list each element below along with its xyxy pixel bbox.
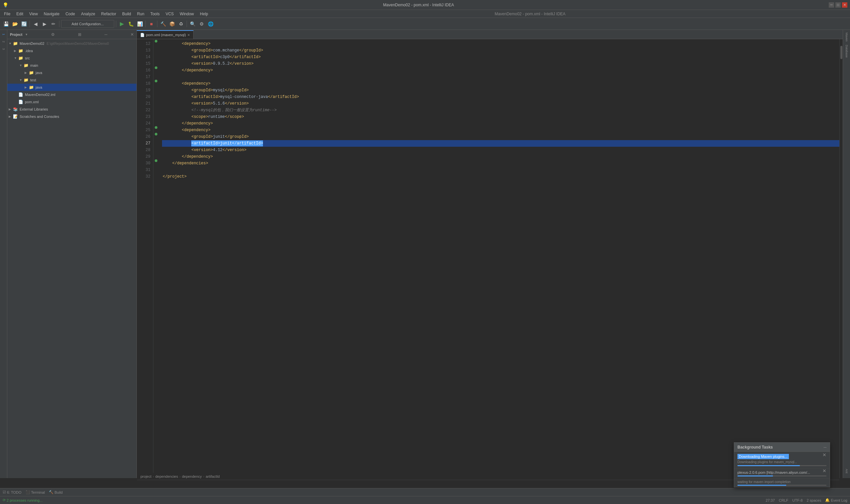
menu-code[interactable]: Code xyxy=(63,11,78,17)
tree-pom[interactable]: ▶ 📄 pom.xml xyxy=(7,98,137,106)
tree-main[interactable]: ▼ 📁 main xyxy=(7,62,137,69)
translate-button[interactable]: 🌐 xyxy=(206,20,215,28)
build-artifacts[interactable]: 📦 xyxy=(168,20,176,28)
tree-arrow-main: ▼ xyxy=(19,64,22,67)
run-config-selector[interactable]: Add Configuration... xyxy=(61,20,114,28)
menu-view[interactable]: View xyxy=(26,11,40,17)
toolbar-open[interactable]: 📂 xyxy=(11,20,19,28)
toolbar-save[interactable]: 💾 xyxy=(2,20,10,28)
breadcrumb-artifactid[interactable]: artifactId xyxy=(206,474,220,479)
maximize-button[interactable]: □ xyxy=(835,2,841,7)
sidebar-favorites-icon[interactable]: 3 xyxy=(0,46,7,52)
search-everywhere[interactable]: 🔍 xyxy=(188,20,197,28)
terminal-button[interactable]: ⬛ Terminal xyxy=(25,490,45,494)
tree-idea[interactable]: ▶ 📁 .idea xyxy=(7,47,137,54)
bg-tasks-status-progress xyxy=(738,485,827,486)
editor-tab-pom[interactable]: 📄 pom.xml (maven_mysql) ✕ xyxy=(137,30,194,39)
encoding[interactable]: UTF-8 xyxy=(792,498,802,502)
status-bar: ⟳ 2 processes running... 27:37 CRLF UTF-… xyxy=(0,496,850,504)
tree-external-libs[interactable]: ▶ 📚 External Libraries xyxy=(7,106,137,113)
sidebar-project-icon[interactable]: 1 xyxy=(0,31,7,38)
menu-vcs[interactable]: VCS xyxy=(163,11,177,17)
stop-button[interactable]: ■ xyxy=(147,20,156,28)
tree-test-java[interactable]: ▶ 📁 java xyxy=(7,84,137,91)
project-panel-dropdown-icon[interactable]: ▼ xyxy=(25,33,28,36)
panel-expand-btn[interactable]: ⊞ xyxy=(78,32,82,37)
close-button[interactable]: ✕ xyxy=(842,2,847,7)
build-button[interactable]: 🔨 Build xyxy=(49,490,62,494)
menu-edit[interactable]: Edit xyxy=(14,11,26,17)
code-line-31 xyxy=(162,167,839,173)
main-layout: 1 2 3 Project ▼ ⚙ ⊞ ─ ✕ ▼ 📁 MavenDemo02 … xyxy=(0,30,850,478)
line-ending[interactable]: CRLF xyxy=(779,498,789,502)
bg-task-2-progress-track xyxy=(738,475,827,476)
toolbar-edit[interactable]: ✏ xyxy=(50,20,57,28)
tree-pom-name: pom.xml xyxy=(25,100,39,104)
bg-task-2-cancel[interactable]: ✕ xyxy=(822,468,827,473)
tree-src[interactable]: ▼ 📁 src xyxy=(7,54,137,62)
tab-pom-label: pom.xml (maven_mysql) xyxy=(146,33,186,37)
breadcrumb-sep1: › xyxy=(153,474,154,479)
processes-status[interactable]: ⟳ 2 processes running... xyxy=(3,498,42,502)
sidebar-ant-label[interactable]: Ant xyxy=(844,467,849,475)
toolbar-back[interactable]: ◀ xyxy=(32,20,39,28)
build-project[interactable]: 🔨 xyxy=(159,20,167,28)
menu-build[interactable]: Build xyxy=(120,11,134,17)
menu-help[interactable]: Help xyxy=(197,11,211,17)
tab-close-btn[interactable]: ✕ xyxy=(187,33,190,37)
bg-task-1-cancel[interactable]: ✕ xyxy=(822,452,827,457)
cursor-position[interactable]: 27:37 xyxy=(766,498,775,502)
settings-button[interactable]: ⚙ xyxy=(198,20,205,28)
todo-button[interactable]: ☑ 6: TODO xyxy=(3,490,22,494)
menu-file[interactable]: File xyxy=(1,11,13,17)
menu-window[interactable]: Window xyxy=(177,11,197,17)
tree-root[interactable]: ▼ 📁 MavenDemo02 E:\gitRepos\MavenDemo02\… xyxy=(7,40,137,47)
coverage-button[interactable]: 📊 xyxy=(136,20,144,28)
tree-test-icon: 📁 xyxy=(23,78,29,82)
indent[interactable]: 2 spaces xyxy=(807,498,821,502)
breadcrumb-dependencies[interactable]: dependencies xyxy=(156,474,178,479)
tree-main-java[interactable]: ▶ 📁 java xyxy=(7,69,137,76)
panel-close-btn[interactable]: ✕ xyxy=(130,32,134,37)
panel-settings-btn[interactable]: ⚙ xyxy=(51,32,55,37)
tree-root-path: E:\gitRepos\MavenDemo02\MavenDemo0 xyxy=(47,42,109,46)
tree-scratches[interactable]: ▶ 📝 Scratches and Consoles xyxy=(7,113,137,120)
code-line-32: </project> xyxy=(162,173,839,180)
editor-scrollbar[interactable] xyxy=(839,39,843,478)
menu-tools[interactable]: Tools xyxy=(148,11,162,17)
sidebar-structure-icon[interactable]: 2 xyxy=(0,38,7,45)
bg-tasks-title: Background Tasks xyxy=(738,445,824,450)
scrollbar-thumb[interactable] xyxy=(840,46,843,59)
code-line-27: <artifactId>junit</artifactId> xyxy=(162,140,839,147)
code-line-20: <artifactId>mysql-connector-java</artifa… xyxy=(162,94,839,100)
code-line-26: <groupId>junit</groupId> xyxy=(162,133,839,140)
code-line-17 xyxy=(162,74,839,80)
tree-test[interactable]: ▼ 📁 test xyxy=(7,76,137,84)
sidebar-database-label[interactable]: Database xyxy=(844,43,849,59)
sidebar-maven-label[interactable]: Maven xyxy=(844,31,849,43)
menu-run[interactable]: Run xyxy=(134,11,147,17)
bg-task-1: Downloading Maven plugins... ✕ Downloadi… xyxy=(734,452,830,468)
title-bar-title: MavenDemo02 - pom.xml - IntelliJ IDEA xyxy=(8,3,829,7)
debug-button[interactable]: 🐛 xyxy=(127,20,135,28)
event-log[interactable]: 🔔 Event Log xyxy=(825,498,847,502)
minimize-button[interactable]: ─ xyxy=(829,2,834,7)
linenum-18: 18 xyxy=(137,80,153,87)
panel-collapse-btn[interactable]: ─ xyxy=(105,32,108,37)
toolbar-sep2 xyxy=(59,21,59,27)
tree-iml[interactable]: ▶ 📄 MavenDemo02.iml xyxy=(7,91,137,98)
rebuild-btn[interactable]: ♻ xyxy=(177,20,185,28)
editor-content[interactable]: 12 13 14 15 16 17 18 19 20 21 22 23 24 2… xyxy=(137,39,843,478)
breadcrumb-project[interactable]: project xyxy=(141,474,151,479)
toolbar-sync[interactable]: 🔄 xyxy=(20,20,28,28)
menu-refactor[interactable]: Refactor xyxy=(98,11,119,17)
linenum-29: 29 xyxy=(137,154,153,160)
bg-tasks-minimize-btn[interactable]: ─ xyxy=(824,445,827,450)
menu-navigate[interactable]: Navigate xyxy=(41,11,62,17)
breadcrumb-dependency[interactable]: dependency xyxy=(182,474,202,479)
run-button[interactable]: ▶ xyxy=(118,20,126,28)
code-area[interactable]: <dependency> <groupId>com.mchange</group… xyxy=(159,39,839,478)
menu-analyze[interactable]: Analyze xyxy=(78,11,98,17)
toolbar-forward[interactable]: ▶ xyxy=(40,20,49,28)
linenum-19: 19 xyxy=(137,87,153,94)
